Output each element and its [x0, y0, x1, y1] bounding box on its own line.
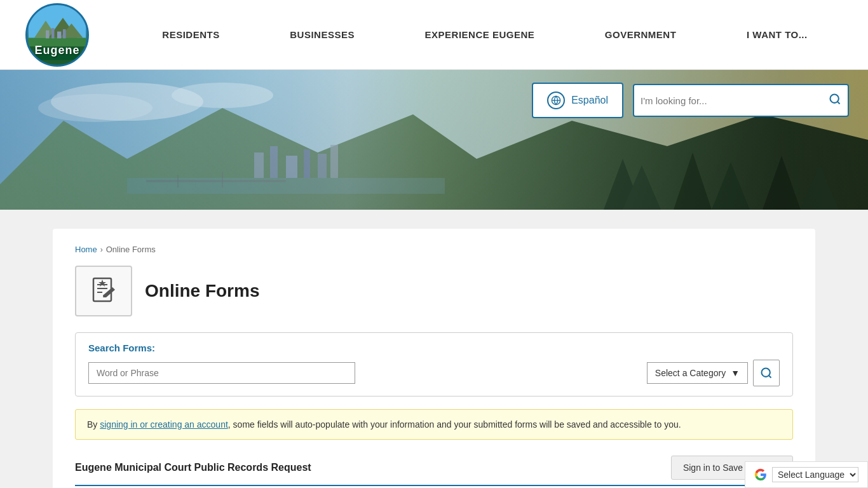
- espanol-label: Español: [571, 95, 608, 106]
- category-select-label: Select a Category: [655, 368, 726, 378]
- nav-experience[interactable]: EXPERIENCE EUGENE: [416, 23, 545, 46]
- nav-government[interactable]: GOVERNMENT: [595, 23, 686, 46]
- svg-rect-25: [304, 149, 310, 178]
- form-item-divider: [75, 485, 793, 486]
- svg-rect-23: [270, 146, 278, 178]
- footer-language-bar: Select Language Español Français Deutsch…: [745, 461, 868, 488]
- hero-search-input[interactable]: [641, 95, 829, 106]
- content-card: Home › Online Forms Online Forms: [53, 229, 815, 488]
- svg-point-34: [831, 94, 839, 102]
- hero-search-bar: [633, 84, 849, 117]
- search-icon: [760, 367, 773, 379]
- svg-line-43: [769, 376, 771, 378]
- svg-point-13: [172, 83, 273, 108]
- breadcrumb: Home › Online Forms: [75, 245, 793, 254]
- logo-text: Eugene: [34, 44, 79, 57]
- espanol-button[interactable]: Español: [532, 83, 623, 118]
- search-forms-row: Select a Category ▼: [88, 360, 780, 386]
- search-forms-label: Search Forms:: [88, 342, 780, 353]
- hero-banner: Español: [0, 70, 868, 210]
- site-logo[interactable]: Eugene: [25, 3, 89, 67]
- nav-residents[interactable]: RESIDENTS: [153, 23, 229, 46]
- search-forms-button[interactable]: [753, 360, 780, 386]
- search-forms-section: Search Forms: Select a Category ▼: [75, 332, 793, 396]
- account-notice-text-rest: , some fields will auto-populate with yo…: [228, 419, 681, 430]
- account-notice: By signing in or creating an account, so…: [75, 409, 793, 440]
- forms-icon: [88, 276, 119, 306]
- svg-rect-22: [254, 152, 264, 178]
- forms-search-input[interactable]: [88, 362, 355, 384]
- page-icon-box: [75, 266, 132, 316]
- google-logo: [754, 468, 767, 481]
- category-select-button[interactable]: Select a Category ▼: [647, 362, 748, 384]
- svg-rect-7: [57, 31, 61, 38]
- main-content: Home › Online Forms Online Forms: [0, 210, 868, 488]
- breadcrumb-home[interactable]: Home: [75, 245, 97, 254]
- account-notice-link[interactable]: signing in or creating an account: [100, 419, 228, 430]
- page-header: Online Forms: [75, 266, 793, 316]
- chevron-down-icon: ▼: [731, 368, 740, 378]
- svg-line-35: [837, 101, 840, 104]
- hero-controls: Español: [532, 83, 849, 118]
- svg-point-14: [38, 94, 153, 122]
- espanol-icon: [547, 92, 565, 109]
- breadcrumb-separator: ›: [100, 245, 103, 254]
- svg-rect-26: [318, 154, 327, 178]
- nav-i-want-to[interactable]: I WANT TO...: [737, 23, 817, 46]
- breadcrumb-current: Online Forms: [106, 245, 156, 254]
- svg-point-42: [762, 369, 770, 377]
- logo-area[interactable]: Eugene: [25, 3, 89, 67]
- nav-businesses[interactable]: BUSINESSES: [280, 23, 364, 46]
- hero-search-icon[interactable]: [829, 93, 841, 109]
- form-item-title: Eugene Municipal Court Public Records Re…: [75, 462, 311, 473]
- form-item-header: Eugene Municipal Court Public Records Re…: [75, 456, 793, 480]
- main-nav: RESIDENTS BUSINESSES EXPERIENCE EUGENE G…: [127, 23, 843, 46]
- svg-rect-27: [330, 145, 338, 178]
- language-select[interactable]: Select Language Español Français Deutsch…: [772, 467, 858, 482]
- svg-rect-5: [46, 30, 49, 38]
- site-header: Eugene RESIDENTS BUSINESSES EXPERIENCE E…: [0, 0, 868, 70]
- account-notice-text-prefix: By: [87, 419, 100, 430]
- svg-rect-6: [51, 28, 55, 38]
- svg-rect-8: [63, 29, 66, 38]
- svg-rect-24: [286, 156, 297, 178]
- form-item: Eugene Municipal Court Public Records Re…: [75, 456, 793, 488]
- page-title: Online Forms: [145, 281, 259, 301]
